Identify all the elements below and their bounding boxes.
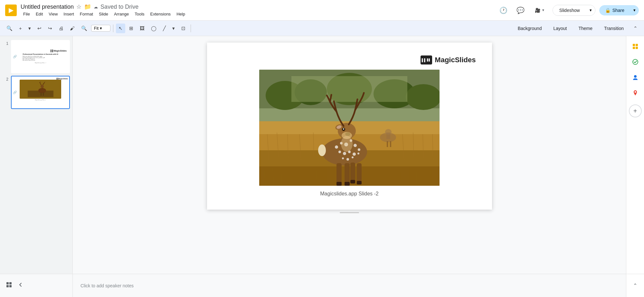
search-button[interactable]: 🔍 (4, 24, 15, 33)
svg-rect-87 (636, 47, 638, 49)
slide-1-title-text: Professional Presentations in Seconds wi… (23, 53, 58, 55)
star-icon[interactable]: ☆ (76, 3, 81, 10)
menu-tools[interactable]: Tools (132, 11, 147, 17)
svg-point-38 (385, 129, 392, 135)
slide-caption: Magicslides.app Slides -2 (223, 191, 476, 197)
select-tool[interactable]: ↖ (116, 24, 125, 33)
svg-rect-92 (9, 282, 12, 284)
toolbar-right: Background Layout Theme Transition ⌃ (513, 24, 640, 33)
svg-rect-70 (345, 182, 350, 186)
move-tool[interactable]: ⊞ (127, 24, 136, 33)
zoom-in-button[interactable]: 🔍 (79, 24, 90, 33)
lock-icon: 🔒 (605, 8, 611, 13)
canvas-area: MagicSlides (73, 36, 626, 274)
svg-point-55 (358, 148, 360, 151)
svg-rect-10 (41, 93, 42, 96)
magic-logo: MagicSlides (421, 55, 476, 64)
slide-1-container[interactable]: 1 ▐▐ MagicSlides Professional Presentati… (3, 40, 70, 73)
tasks-panel-icon[interactable] (629, 55, 642, 68)
svg-rect-72 (357, 181, 362, 184)
add-button[interactable]: + (16, 24, 24, 33)
contacts-panel-icon[interactable] (629, 71, 642, 84)
share-dropdown-arrow[interactable]: ▾ (630, 5, 639, 15)
maps-panel-icon[interactable] (629, 86, 642, 99)
folder-icon[interactable]: 📁 (84, 3, 91, 10)
slide-2-container[interactable]: 2 ▐▐ MagicSlides (3, 76, 70, 109)
menu-edit[interactable]: Edit (33, 11, 45, 17)
slide-1-preview: ▐▐ MagicSlides Professional Presentation… (12, 41, 69, 73)
svg-point-64 (341, 136, 353, 152)
history-icon[interactable]: 🕐 (497, 4, 510, 17)
menu-format[interactable]: Format (77, 11, 96, 17)
image-tool[interactable]: 🖼 (137, 24, 147, 33)
svg-point-59 (353, 153, 356, 156)
toolbar-collapse-button[interactable]: ⌃ (631, 24, 640, 33)
menu-help[interactable]: Help (174, 11, 188, 17)
menu-arrange[interactable]: Arrange (111, 11, 131, 17)
svg-rect-68 (357, 163, 362, 183)
slide-1-link-icon: 🔗 (13, 55, 17, 58)
menu-extensions[interactable]: Extensions (148, 11, 174, 17)
svg-rect-11 (43, 93, 44, 96)
share-button[interactable]: 🔒 Share (599, 5, 630, 15)
meet-dropdown-arrow: ▼ (542, 8, 545, 12)
svg-rect-71 (350, 180, 355, 183)
svg-point-63 (357, 153, 359, 154)
cloud-icon[interactable]: ☁ (94, 5, 98, 9)
slide-1-footer: Magicslides.app Slides - 1 (35, 62, 46, 64)
svg-point-60 (342, 157, 344, 159)
undo-button[interactable]: ↩ (35, 24, 44, 33)
grid-view-button[interactable] (4, 280, 14, 292)
menu-insert[interactable]: Insert (61, 11, 77, 17)
svg-point-54 (354, 144, 357, 147)
line-tool[interactable]: ╱ (160, 24, 168, 33)
right-sidebar: + (626, 36, 644, 274)
svg-rect-69 (336, 182, 342, 186)
menu-slide[interactable]: Slide (96, 11, 111, 17)
extensions-panel-icon[interactable] (629, 40, 642, 53)
add-panel-icon[interactable]: + (629, 104, 642, 117)
add-dropdown[interactable]: ▾ (26, 24, 33, 33)
speaker-notes-area[interactable]: Click to add speaker notes (73, 274, 626, 297)
svg-rect-93 (6, 285, 9, 287)
panel-toggle-button[interactable] (17, 280, 27, 292)
svg-point-61 (346, 158, 349, 161)
line-dropdown[interactable]: ▾ (170, 24, 177, 33)
transition-button[interactable]: Transition (600, 24, 628, 33)
textbox-tool[interactable]: ⊡ (179, 24, 188, 33)
svg-point-45 (345, 132, 350, 136)
slide-canvas[interactable]: MagicSlides (207, 43, 492, 210)
theme-button[interactable]: Theme (574, 24, 597, 33)
saved-status: Saved to Drive (100, 4, 138, 10)
menu-view[interactable]: View (46, 11, 60, 17)
slide-2-content: ▐▐ MagicSlides (12, 76, 69, 108)
svg-point-89 (634, 75, 637, 78)
bottom-expand-icon[interactable]: ⌃ (633, 282, 637, 289)
svg-point-56 (338, 151, 341, 153)
title-section: Untitled presentation ☆ 📁 ☁ Saved to Dri… (21, 3, 188, 17)
svg-rect-66 (345, 163, 350, 184)
background-button[interactable]: Background (513, 24, 546, 33)
slide-1-thumbnail[interactable]: ▐▐ MagicSlides Professional Presentation… (11, 40, 70, 73)
slide-1-content: ▐▐ MagicSlides Professional Presentation… (12, 41, 69, 73)
meet-button[interactable]: 🎥 ▼ (531, 5, 549, 15)
slide-2-thumbnail[interactable]: ▐▐ MagicSlides (11, 76, 70, 109)
speaker-notes-placeholder[interactable]: Click to add speaker notes (80, 283, 134, 288)
svg-rect-39 (387, 141, 388, 147)
shape-tool[interactable]: ◯ (148, 24, 159, 33)
print-button[interactable]: 🖨 (56, 24, 66, 33)
layout-button[interactable]: Layout (549, 24, 571, 33)
slide-1-number: 1 (3, 40, 8, 46)
menu-file[interactable]: File (21, 11, 33, 17)
slideshow-dropdown-arrow[interactable]: ▾ (586, 5, 595, 15)
svg-rect-40 (390, 141, 391, 147)
redo-button[interactable]: ↪ (45, 24, 55, 33)
paint-format-button[interactable]: 🖌 (67, 24, 77, 33)
zoom-selector[interactable]: Fit ▾ (91, 25, 110, 32)
deer-image[interactable] (259, 70, 440, 186)
slide-1-bullets: • Take your plan from a blank slate agai… (22, 56, 59, 61)
slide-2-number: 2 (3, 76, 8, 82)
svg-point-73 (318, 144, 326, 156)
comment-icon[interactable]: 💬 (514, 4, 527, 17)
slideshow-button[interactable]: Slideshow (553, 5, 586, 15)
